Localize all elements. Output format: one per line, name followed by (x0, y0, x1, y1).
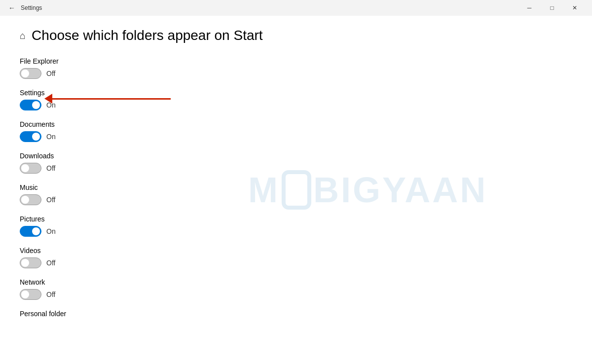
toggle-music[interactable] (20, 194, 41, 205)
window-controls: ─ □ ✕ (518, 0, 586, 16)
toggle-status-settings: On (46, 101, 56, 109)
toggle-row-downloads: Off (20, 163, 572, 174)
toggle-videos[interactable] (20, 257, 41, 268)
toggle-network[interactable] (20, 289, 41, 300)
toggle-row-network: Off (20, 289, 572, 300)
toggle-knob-videos (21, 259, 29, 267)
toggle-status-videos: Off (46, 259, 55, 267)
toggle-row-music: Off (20, 194, 572, 205)
title-bar: ← Settings ─ □ ✕ (0, 0, 592, 16)
page-title: Choose which folders appear on Start (32, 28, 263, 43)
folder-item-downloads: DownloadsOff (20, 152, 572, 174)
folder-label-pictures: Pictures (20, 215, 572, 223)
folder-list: File ExplorerOffSettingsOnDocumentsOnDow… (20, 57, 572, 318)
folder-item-settings: SettingsOn (20, 89, 572, 110)
window-title: Settings (21, 4, 518, 11)
settings-content: M BIGYAAN ⌂ Choose which folders appear … (0, 16, 592, 364)
minimize-button[interactable]: ─ (518, 0, 541, 16)
maximize-button[interactable]: □ (541, 0, 563, 16)
toggle-knob-pictures (32, 227, 40, 235)
toggle-knob-settings (32, 101, 40, 109)
toggle-downloads[interactable] (20, 163, 41, 174)
toggle-status-documents: On (46, 133, 56, 141)
folder-label-settings: Settings (20, 89, 572, 97)
toggle-status-downloads: Off (46, 164, 55, 172)
toggle-status-file-explorer: Off (46, 70, 55, 77)
toggle-settings[interactable] (20, 100, 41, 110)
toggle-status-network: Off (46, 291, 55, 298)
toggle-file-explorer[interactable] (20, 68, 41, 79)
folder-item-file-explorer: File ExplorerOff (20, 57, 572, 79)
folder-label-file-explorer: File Explorer (20, 57, 572, 65)
folder-item-pictures: PicturesOn (20, 215, 572, 237)
content-inner: ⌂ Choose which folders appear on Start F… (20, 28, 572, 318)
back-button[interactable]: ← (6, 2, 18, 14)
folder-label-videos: Videos (20, 247, 572, 255)
folder-label-music: Music (20, 183, 572, 191)
folder-label-personal-folder: Personal folder (20, 310, 572, 318)
folder-label-downloads: Downloads (20, 152, 572, 160)
toggle-row-file-explorer: Off (20, 68, 572, 79)
toggle-row-pictures: On (20, 226, 572, 237)
window: ← Settings ─ □ ✕ M BIGYAAN ⌂ Choose whic… (0, 0, 592, 364)
folder-item-documents: DocumentsOn (20, 120, 572, 142)
folder-item-personal-folder: Personal folder (20, 310, 572, 318)
home-icon: ⌂ (20, 30, 26, 41)
toggle-knob-file-explorer (21, 70, 29, 77)
folder-item-videos: VideosOff (20, 247, 572, 268)
close-button[interactable]: ✕ (563, 0, 586, 16)
toggle-status-music: Off (46, 196, 55, 204)
toggle-status-pictures: On (46, 227, 56, 235)
page-header: ⌂ Choose which folders appear on Start (20, 28, 572, 43)
folder-label-documents: Documents (20, 120, 572, 128)
toggle-knob-network (21, 291, 29, 298)
folder-item-music: MusicOff (20, 183, 572, 205)
toggle-knob-downloads (21, 164, 29, 172)
toggle-row-videos: Off (20, 257, 572, 268)
toggle-knob-music (21, 196, 29, 204)
toggle-row-settings: On (20, 100, 572, 110)
toggle-row-documents: On (20, 131, 572, 142)
toggle-documents[interactable] (20, 131, 41, 142)
toggle-pictures[interactable] (20, 226, 41, 237)
folder-item-network: NetworkOff (20, 278, 572, 300)
toggle-knob-documents (32, 133, 40, 141)
folder-label-network: Network (20, 278, 572, 286)
